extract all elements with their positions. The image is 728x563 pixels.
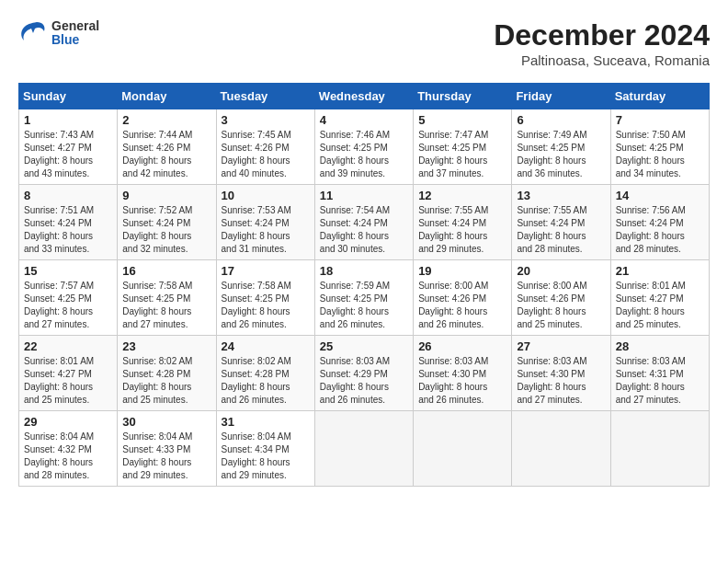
day-number: 28 <box>616 339 704 353</box>
day-number: 10 <box>222 189 310 202</box>
calendar-day-cell: 30 Sunrise: 8:04 AMSunset: 4:33 PMDaylig… <box>118 411 216 487</box>
day-info: Sunrise: 7:57 AMSunset: 4:25 PMDaylight:… <box>24 280 112 331</box>
weekday-header-tuesday: Tuesday <box>216 84 314 109</box>
day-info: Sunrise: 8:03 AMSunset: 4:29 PMDaylight:… <box>320 355 408 407</box>
calendar-day-cell: 18 Sunrise: 7:59 AMSunset: 4:25 PMDaylig… <box>314 260 413 336</box>
calendar-day-cell: 9 Sunrise: 7:52 AMSunset: 4:24 PMDayligh… <box>118 185 216 260</box>
calendar-day-cell: 11 Sunrise: 7:54 AMSunset: 4:24 PMDaylig… <box>314 185 413 260</box>
day-number: 31 <box>222 415 310 429</box>
day-number: 1 <box>24 113 112 127</box>
day-number: 8 <box>24 189 112 202</box>
calendar-day-cell: 16 Sunrise: 7:58 AMSunset: 4:25 PMDaylig… <box>118 260 216 336</box>
calendar-subtitle: Paltinoasa, Suceava, Romania <box>494 52 710 68</box>
calendar-day-cell: 19 Sunrise: 8:00 AMSunset: 4:26 PMDaylig… <box>414 260 512 336</box>
day-info: Sunrise: 7:52 AMSunset: 4:24 PMDaylight:… <box>122 204 210 256</box>
calendar-day-cell: 8 Sunrise: 7:51 AMSunset: 4:24 PMDayligh… <box>19 185 118 260</box>
calendar-day-cell <box>610 411 709 487</box>
day-number: 24 <box>222 339 310 353</box>
calendar-day-cell: 22 Sunrise: 8:01 AMSunset: 4:27 PMDaylig… <box>19 336 118 411</box>
day-number: 19 <box>418 264 506 278</box>
calendar-week-row: 22 Sunrise: 8:01 AMSunset: 4:27 PMDaylig… <box>19 336 710 411</box>
weekday-header-sunday: Sunday <box>19 84 118 109</box>
logo: General Blue <box>18 18 99 48</box>
day-number: 22 <box>24 339 112 353</box>
day-info: Sunrise: 7:53 AMSunset: 4:24 PMDaylight:… <box>222 204 310 256</box>
calendar-day-cell: 14 Sunrise: 7:56 AMSunset: 4:24 PMDaylig… <box>610 185 709 260</box>
day-info: Sunrise: 7:54 AMSunset: 4:24 PMDaylight:… <box>320 204 408 256</box>
weekday-header-monday: Monday <box>118 84 216 109</box>
day-info: Sunrise: 7:55 AMSunset: 4:24 PMDaylight:… <box>418 204 506 256</box>
day-info: Sunrise: 7:49 AMSunset: 4:25 PMDaylight:… <box>517 129 605 180</box>
day-number: 16 <box>122 264 210 278</box>
day-number: 30 <box>122 415 210 429</box>
weekday-header-row: SundayMondayTuesdayWednesdayThursdayFrid… <box>19 84 710 109</box>
calendar-day-cell: 12 Sunrise: 7:55 AMSunset: 4:24 PMDaylig… <box>414 185 512 260</box>
calendar-day-cell: 2 Sunrise: 7:44 AMSunset: 4:26 PMDayligh… <box>118 109 216 185</box>
day-info: Sunrise: 8:03 AMSunset: 4:30 PMDaylight:… <box>418 355 506 407</box>
day-number: 4 <box>320 113 408 127</box>
day-number: 23 <box>122 339 210 353</box>
day-number: 14 <box>616 189 704 202</box>
day-info: Sunrise: 7:55 AMSunset: 4:24 PMDaylight:… <box>517 204 605 256</box>
day-info: Sunrise: 7:45 AMSunset: 4:26 PMDaylight:… <box>222 129 310 180</box>
weekday-header-wednesday: Wednesday <box>314 84 413 109</box>
calendar-day-cell: 27 Sunrise: 8:03 AMSunset: 4:30 PMDaylig… <box>512 336 610 411</box>
calendar-week-row: 1 Sunrise: 7:43 AMSunset: 4:27 PMDayligh… <box>19 109 710 185</box>
calendar-table: SundayMondayTuesdayWednesdayThursdayFrid… <box>18 83 710 487</box>
calendar-day-cell: 20 Sunrise: 8:00 AMSunset: 4:26 PMDaylig… <box>512 260 610 336</box>
calendar-day-cell: 4 Sunrise: 7:46 AMSunset: 4:25 PMDayligh… <box>314 109 413 185</box>
calendar-day-cell: 15 Sunrise: 7:57 AMSunset: 4:25 PMDaylig… <box>19 260 118 336</box>
day-info: Sunrise: 7:56 AMSunset: 4:24 PMDaylight:… <box>616 204 704 256</box>
calendar-day-cell <box>314 411 413 487</box>
calendar-day-cell: 24 Sunrise: 8:02 AMSunset: 4:28 PMDaylig… <box>216 336 314 411</box>
weekday-header-saturday: Saturday <box>610 84 709 109</box>
day-number: 6 <box>517 113 605 127</box>
day-info: Sunrise: 7:58 AMSunset: 4:25 PMDaylight:… <box>122 280 210 331</box>
day-info: Sunrise: 8:01 AMSunset: 4:27 PMDaylight:… <box>24 355 112 407</box>
calendar-day-cell: 28 Sunrise: 8:03 AMSunset: 4:31 PMDaylig… <box>610 336 709 411</box>
calendar-week-row: 15 Sunrise: 7:57 AMSunset: 4:25 PMDaylig… <box>19 260 710 336</box>
day-info: Sunrise: 8:04 AMSunset: 4:33 PMDaylight:… <box>122 431 210 482</box>
calendar-day-cell: 29 Sunrise: 8:04 AMSunset: 4:32 PMDaylig… <box>19 411 118 487</box>
day-info: Sunrise: 7:51 AMSunset: 4:24 PMDaylight:… <box>24 204 112 256</box>
calendar-day-cell: 25 Sunrise: 8:03 AMSunset: 4:29 PMDaylig… <box>314 336 413 411</box>
day-number: 7 <box>616 113 704 127</box>
day-info: Sunrise: 8:00 AMSunset: 4:26 PMDaylight:… <box>418 280 506 331</box>
logo-bird-icon <box>18 18 48 48</box>
day-number: 11 <box>320 189 408 202</box>
day-number: 27 <box>517 339 605 353</box>
day-number: 18 <box>320 264 408 278</box>
day-info: Sunrise: 8:03 AMSunset: 4:30 PMDaylight:… <box>517 355 605 407</box>
calendar-day-cell: 6 Sunrise: 7:49 AMSunset: 4:25 PMDayligh… <box>512 109 610 185</box>
day-info: Sunrise: 8:02 AMSunset: 4:28 PMDaylight:… <box>222 355 310 407</box>
day-number: 25 <box>320 339 408 353</box>
day-info: Sunrise: 8:02 AMSunset: 4:28 PMDaylight:… <box>122 355 210 407</box>
day-number: 9 <box>122 189 210 202</box>
weekday-header-friday: Friday <box>512 84 610 109</box>
calendar-day-cell: 1 Sunrise: 7:43 AMSunset: 4:27 PMDayligh… <box>19 109 118 185</box>
day-number: 17 <box>222 264 310 278</box>
calendar-day-cell: 26 Sunrise: 8:03 AMSunset: 4:30 PMDaylig… <box>414 336 512 411</box>
day-info: Sunrise: 7:47 AMSunset: 4:25 PMDaylight:… <box>418 129 506 180</box>
day-info: Sunrise: 7:46 AMSunset: 4:25 PMDaylight:… <box>320 129 408 180</box>
calendar-day-cell <box>512 411 610 487</box>
day-number: 3 <box>222 113 310 127</box>
calendar-day-cell: 23 Sunrise: 8:02 AMSunset: 4:28 PMDaylig… <box>118 336 216 411</box>
day-info: Sunrise: 8:04 AMSunset: 4:32 PMDaylight:… <box>24 431 112 482</box>
day-number: 2 <box>122 113 210 127</box>
calendar-week-row: 8 Sunrise: 7:51 AMSunset: 4:24 PMDayligh… <box>19 185 710 260</box>
page-header: General Blue December 2024 Paltinoasa, S… <box>18 18 710 68</box>
calendar-day-cell: 7 Sunrise: 7:50 AMSunset: 4:25 PMDayligh… <box>610 109 709 185</box>
day-info: Sunrise: 8:03 AMSunset: 4:31 PMDaylight:… <box>616 355 704 407</box>
calendar-week-row: 29 Sunrise: 8:04 AMSunset: 4:32 PMDaylig… <box>19 411 710 487</box>
day-number: 20 <box>517 264 605 278</box>
day-info: Sunrise: 7:50 AMSunset: 4:25 PMDaylight:… <box>616 129 704 180</box>
weekday-header-thursday: Thursday <box>414 84 512 109</box>
day-info: Sunrise: 8:01 AMSunset: 4:27 PMDaylight:… <box>616 280 704 331</box>
calendar-title: December 2024 <box>494 18 710 52</box>
calendar-day-cell: 13 Sunrise: 7:55 AMSunset: 4:24 PMDaylig… <box>512 185 610 260</box>
day-info: Sunrise: 7:58 AMSunset: 4:25 PMDaylight:… <box>222 280 310 331</box>
calendar-day-cell: 21 Sunrise: 8:01 AMSunset: 4:27 PMDaylig… <box>610 260 709 336</box>
day-number: 5 <box>418 113 506 127</box>
day-number: 15 <box>24 264 112 278</box>
